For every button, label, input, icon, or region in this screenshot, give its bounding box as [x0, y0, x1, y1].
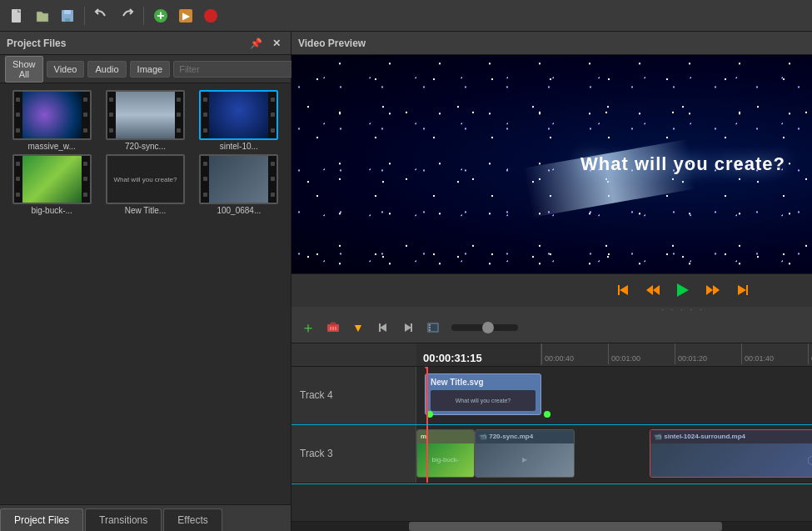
zoom-slider[interactable] [451, 324, 518, 331]
clip-title-thumb: What will you create? [431, 390, 536, 411]
redo-button[interactable] [116, 5, 137, 27]
filter-video-button[interactable]: Video [47, 61, 85, 78]
export-button[interactable]: ▶ [175, 5, 197, 27]
filter-image-button[interactable]: Image [130, 61, 171, 78]
tab-transitions[interactable]: Transitions [85, 508, 162, 531]
svg-rect-4 [65, 18, 70, 22]
clip-720-header: 📹 720-sync.mp4 [476, 430, 574, 443]
track-3-label: Track 3 [291, 425, 416, 483]
clip-sintel[interactable]: 📹 sintel-1024-surround.mp4 ⬡ [650, 429, 812, 478]
svg-marker-13 [646, 285, 653, 295]
video-canvas: What will you create? [291, 55, 812, 273]
filter-button[interactable]: ▼ [348, 318, 368, 338]
sep2 [143, 7, 144, 25]
svg-point-31 [429, 327, 431, 328]
thumb-newtitle-label: New Title... [125, 206, 166, 215]
timeline-ruler: 00:00:31:15 00:00:40 00:01:00 00:01:20 0… [291, 343, 812, 367]
prev-marker-button[interactable] [373, 318, 393, 338]
svg-marker-17 [738, 285, 746, 295]
svg-point-30 [429, 324, 431, 326]
clip-title-preview-text: What will you create? [456, 398, 511, 403]
thumb-720sync-label: 720-sync... [125, 142, 166, 151]
fast-forward-button[interactable] [701, 278, 725, 302]
timecode-display: 00:00:31:15 [423, 352, 482, 364]
timeline-toolbar: ＋ ▼ 20 seconds [291, 313, 812, 343]
timeline: ＋ ▼ 20 seconds [291, 313, 812, 532]
thumb-sintel[interactable]: sintel-10... [194, 90, 284, 151]
clip-title-name: New Title.svg [431, 378, 536, 387]
clip-newtitle[interactable]: New Title.svg What will you create? [425, 373, 541, 415]
svg-text:+: + [157, 8, 164, 23]
thumb-camera-label: 100_0684... [217, 206, 261, 215]
video-preview-header: Video Preview 📌 ✕ [291, 32, 812, 55]
filter-showall-button[interactable]: Show All [5, 56, 43, 83]
resize-handle[interactable]: · · · · · [291, 307, 812, 313]
new-button[interactable] [7, 5, 28, 27]
thumbnails-grid: massive_w... 720-sync... sintel-10... [0, 83, 291, 504]
sep1 [84, 7, 85, 25]
record-button[interactable] [200, 5, 222, 27]
scroll-thumb[interactable] [409, 522, 722, 531]
filter-input[interactable] [173, 61, 300, 78]
timeline-tracks: Track 4 New Title.svg What will you crea… [291, 367, 812, 522]
import-button[interactable]: + [150, 5, 172, 27]
thumb-newtitle[interactable]: What will you create? New Title... [100, 154, 190, 215]
rewind-button[interactable] [641, 278, 665, 302]
clip-720sync[interactable]: 📹 720-sync.mp4 ▶ [475, 429, 575, 478]
video-preview-text: What will you create? [580, 153, 785, 175]
svg-marker-10 [618, 285, 620, 295]
filter-audio-button[interactable]: Audio [87, 61, 126, 78]
filter-bar: Show All Video Audio Image 🔧 [0, 55, 291, 83]
svg-marker-12 [653, 285, 660, 295]
ruler-marks: 00:00:40 00:01:00 00:01:20 00:01:40 00:0… [541, 343, 812, 366]
add-track-button[interactable]: ＋ [298, 318, 318, 338]
ruler-mark-0: 00:00:40 [541, 343, 608, 364]
out-point [544, 411, 550, 418]
track-4-label: Track 4 [291, 367, 416, 424]
ruler-mark-3: 00:01:40 [741, 343, 808, 364]
thumb-massive[interactable]: massive_w... [7, 90, 97, 151]
svg-marker-14 [677, 283, 689, 297]
svg-rect-20 [331, 323, 336, 325]
tab-project-files[interactable]: Project Files [0, 508, 83, 531]
open-button[interactable] [32, 5, 53, 27]
jump-end-button[interactable] [731, 278, 755, 302]
clip-720-thumb: ▶ [476, 443, 574, 477]
video-preview-title: Video Preview [298, 38, 366, 49]
svg-rect-27 [411, 323, 412, 332]
playhead-track3 [426, 425, 428, 483]
jump-start-button[interactable] [611, 278, 635, 302]
next-marker-button[interactable] [398, 318, 418, 338]
svg-point-32 [429, 329, 431, 331]
play-button[interactable] [671, 278, 695, 302]
toolbar: + ▶ [0, 0, 812, 32]
svg-rect-25 [379, 323, 381, 332]
track-3-content[interactable]: m big-buck- 📹 720-sync.mp4 [416, 425, 812, 483]
undo-button[interactable] [91, 5, 112, 27]
close-panel-icon[interactable]: ✕ [269, 36, 284, 51]
thumb-sintel-label: sintel-10... [220, 142, 258, 151]
svg-marker-16 [713, 285, 720, 295]
right-panel: Video Preview 📌 ✕ What will you create? [291, 32, 812, 531]
tab-effects[interactable]: Effects [163, 508, 222, 531]
playhead[interactable] [426, 367, 428, 424]
thumb-bigbuck[interactable]: big-buck-... [7, 154, 97, 215]
timeline-scrollbar[interactable] [291, 521, 812, 531]
pin-icon[interactable]: 📌 [247, 36, 266, 51]
save-button[interactable] [57, 5, 78, 27]
left-panel: Project Files 📌 ✕ Show All Video Audio I… [0, 32, 291, 531]
cut-button[interactable] [423, 318, 443, 338]
video-preview-area: What will you create? [291, 55, 812, 273]
track-4-content[interactable]: New Title.svg What will you create? [416, 367, 812, 424]
track-row-3: Track 3 m big-buck- [291, 425, 812, 483]
thumb-massive-label: massive_w... [28, 142, 76, 151]
ruler-mark-1: 00:01:00 [608, 343, 675, 364]
clip-sintel-thumb: ⬡ [650, 443, 812, 477]
thumb-camera[interactable]: 100_0684... [194, 154, 284, 215]
clip-bigbuck[interactable]: m big-buck- [416, 429, 475, 478]
remove-clip-button[interactable] [323, 318, 343, 338]
thumb-720sync[interactable]: 720-sync... [100, 90, 190, 151]
svg-marker-18 [746, 285, 748, 295]
bottom-tabs: Project Files Transitions Effects [0, 504, 291, 531]
header-icons: 📌 ✕ [247, 36, 284, 51]
